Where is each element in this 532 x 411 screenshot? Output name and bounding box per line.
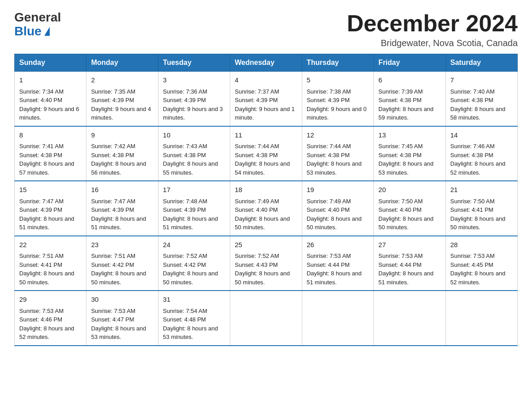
calendar-cell: 23 Sunrise: 7:51 AM Sunset: 4:42 PM Dayl… — [86, 236, 158, 291]
calendar-week-4: 22 Sunrise: 7:51 AM Sunset: 4:41 PM Dayl… — [15, 236, 518, 291]
day-sunrise: Sunrise: 7:51 AM — [91, 253, 135, 259]
day-sunset: Sunset: 4:39 PM — [19, 206, 62, 213]
calendar-cell: 28 Sunrise: 7:53 AM Sunset: 4:45 PM Dayl… — [446, 236, 517, 291]
day-sunrise: Sunrise: 7:53 AM — [450, 253, 495, 259]
day-sunset: Sunset: 4:41 PM — [19, 261, 62, 268]
day-sunset: Sunset: 4:40 PM — [235, 206, 278, 213]
day-number: 24 — [163, 240, 225, 250]
day-sunset: Sunset: 4:39 PM — [91, 97, 134, 103]
calendar-cell: 9 Sunrise: 7:42 AM Sunset: 4:38 PM Dayli… — [86, 126, 158, 181]
day-number: 7 — [450, 75, 513, 86]
calendar-cell: 16 Sunrise: 7:47 AM Sunset: 4:39 PM Dayl… — [86, 181, 158, 236]
day-sunrise: Sunrise: 7:38 AM — [307, 88, 351, 95]
weekday-header-thursday: Thursday — [302, 54, 373, 72]
calendar-cell: 17 Sunrise: 7:48 AM Sunset: 4:39 PM Dayl… — [158, 181, 230, 236]
day-sunset: Sunset: 4:42 PM — [163, 261, 206, 268]
day-sunrise: Sunrise: 7:50 AM — [378, 198, 423, 205]
day-sunrise: Sunrise: 7:39 AM — [378, 88, 423, 95]
day-daylight: Daylight: 8 hours and 59 minutes. — [378, 106, 433, 121]
day-number: 26 — [307, 240, 369, 250]
calendar-cell: 18 Sunrise: 7:49 AM Sunset: 4:40 PM Dayl… — [230, 181, 302, 236]
day-sunset: Sunset: 4:43 PM — [235, 261, 278, 268]
calendar-cell — [374, 291, 446, 346]
day-sunset: Sunset: 4:47 PM — [91, 316, 134, 323]
calendar-cell: 1 Sunrise: 7:34 AM Sunset: 4:40 PM Dayli… — [15, 72, 86, 126]
day-sunrise: Sunrise: 7:53 AM — [378, 253, 423, 259]
day-daylight: Daylight: 9 hours and 1 minute. — [235, 106, 295, 121]
day-sunset: Sunset: 4:46 PM — [19, 316, 62, 323]
day-sunset: Sunset: 4:41 PM — [450, 206, 493, 213]
day-daylight: Daylight: 8 hours and 50 minutes. — [450, 215, 506, 231]
calendar-cell: 30 Sunrise: 7:53 AM Sunset: 4:47 PM Dayl… — [86, 291, 158, 346]
day-number: 31 — [163, 295, 225, 305]
day-number: 21 — [450, 185, 513, 195]
day-sunrise: Sunrise: 7:50 AM — [450, 198, 495, 205]
day-number: 8 — [19, 130, 82, 141]
day-sunrise: Sunrise: 7:37 AM — [235, 88, 279, 95]
page-header: General Blue December 2024 Bridgewater, … — [14, 11, 518, 48]
calendar-body: 1 Sunrise: 7:34 AM Sunset: 4:40 PM Dayli… — [15, 72, 518, 346]
day-sunrise: Sunrise: 7:47 AM — [91, 198, 135, 205]
day-daylight: Daylight: 9 hours and 4 minutes. — [91, 106, 151, 121]
day-number: 30 — [91, 295, 153, 305]
day-daylight: Daylight: 8 hours and 50 minutes. — [307, 215, 362, 231]
calendar-cell: 31 Sunrise: 7:54 AM Sunset: 4:48 PM Dayl… — [158, 291, 230, 346]
day-sunrise: Sunrise: 7:35 AM — [91, 88, 135, 95]
day-daylight: Daylight: 8 hours and 54 minutes. — [235, 160, 290, 176]
logo-triangle-icon — [44, 27, 50, 36]
day-number: 28 — [450, 240, 513, 250]
weekday-header-row: SundayMondayTuesdayWednesdayThursdayFrid… — [15, 54, 518, 72]
day-number: 16 — [91, 185, 153, 195]
calendar-cell: 11 Sunrise: 7:44 AM Sunset: 4:38 PM Dayl… — [230, 126, 302, 181]
day-sunrise: Sunrise: 7:44 AM — [235, 143, 279, 150]
day-number: 1 — [19, 75, 82, 86]
day-number: 10 — [163, 130, 225, 141]
day-daylight: Daylight: 9 hours and 3 minutes. — [163, 106, 223, 121]
day-sunset: Sunset: 4:38 PM — [378, 97, 421, 103]
day-sunrise: Sunrise: 7:36 AM — [163, 88, 207, 95]
day-sunrise: Sunrise: 7:34 AM — [19, 88, 64, 95]
day-daylight: Daylight: 8 hours and 53 minutes. — [163, 325, 218, 341]
day-daylight: Daylight: 8 hours and 50 minutes. — [235, 270, 290, 286]
calendar-cell: 22 Sunrise: 7:51 AM Sunset: 4:41 PM Dayl… — [15, 236, 86, 291]
day-sunrise: Sunrise: 7:41 AM — [19, 143, 64, 150]
day-sunrise: Sunrise: 7:45 AM — [378, 143, 423, 150]
day-sunrise: Sunrise: 7:53 AM — [91, 308, 135, 314]
day-sunset: Sunset: 4:42 PM — [91, 261, 134, 268]
calendar-cell: 26 Sunrise: 7:53 AM Sunset: 4:44 PM Dayl… — [302, 236, 373, 291]
calendar-cell: 21 Sunrise: 7:50 AM Sunset: 4:41 PM Dayl… — [446, 181, 517, 236]
day-number: 27 — [378, 240, 441, 250]
day-sunset: Sunset: 4:48 PM — [163, 316, 206, 323]
day-sunrise: Sunrise: 7:49 AM — [235, 198, 279, 205]
calendar-cell: 19 Sunrise: 7:49 AM Sunset: 4:40 PM Dayl… — [302, 181, 373, 236]
weekday-header-tuesday: Tuesday — [158, 54, 230, 72]
day-daylight: Daylight: 8 hours and 53 minutes. — [91, 325, 146, 341]
day-sunset: Sunset: 4:39 PM — [307, 97, 350, 103]
day-daylight: Daylight: 8 hours and 55 minutes. — [163, 160, 218, 176]
day-daylight: Daylight: 8 hours and 51 minutes. — [19, 215, 74, 231]
day-sunset: Sunset: 4:38 PM — [19, 152, 62, 158]
day-sunset: Sunset: 4:44 PM — [307, 261, 350, 268]
day-number: 19 — [307, 185, 369, 195]
day-daylight: Daylight: 8 hours and 50 minutes. — [91, 270, 146, 286]
weekday-header-monday: Monday — [86, 54, 158, 72]
day-daylight: Daylight: 8 hours and 50 minutes. — [235, 215, 290, 231]
calendar-cell: 10 Sunrise: 7:43 AM Sunset: 4:38 PM Dayl… — [158, 126, 230, 181]
calendar-cell: 24 Sunrise: 7:52 AM Sunset: 4:42 PM Dayl… — [158, 236, 230, 291]
weekday-header-saturday: Saturday — [446, 54, 517, 72]
day-daylight: Daylight: 8 hours and 51 minutes. — [163, 215, 218, 231]
day-sunrise: Sunrise: 7:53 AM — [307, 253, 351, 259]
day-sunrise: Sunrise: 7:52 AM — [235, 253, 279, 259]
day-number: 4 — [235, 75, 297, 86]
day-number: 14 — [450, 130, 513, 141]
day-daylight: Daylight: 8 hours and 51 minutes. — [307, 270, 362, 286]
calendar-cell — [446, 291, 517, 346]
day-sunset: Sunset: 4:40 PM — [307, 206, 350, 213]
day-sunset: Sunset: 4:38 PM — [235, 152, 278, 158]
calendar-week-3: 15 Sunrise: 7:47 AM Sunset: 4:39 PM Dayl… — [15, 181, 518, 236]
calendar-cell: 25 Sunrise: 7:52 AM Sunset: 4:43 PM Dayl… — [230, 236, 302, 291]
logo-general-text: General — [14, 11, 61, 25]
day-daylight: Daylight: 8 hours and 50 minutes. — [378, 215, 433, 231]
calendar-week-5: 29 Sunrise: 7:53 AM Sunset: 4:46 PM Dayl… — [15, 291, 518, 346]
day-daylight: Daylight: 8 hours and 52 minutes. — [19, 325, 74, 341]
